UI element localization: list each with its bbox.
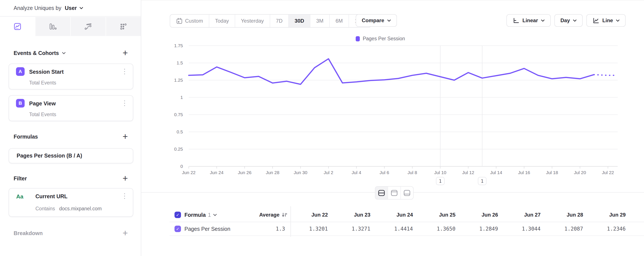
average-header-label: Average — [259, 212, 280, 218]
series-row-label: Pages Per Session — [184, 226, 230, 232]
svg-text:1: 1 — [481, 179, 484, 184]
range-6m[interactable]: 6M — [330, 15, 349, 27]
svg-text:0.25: 0.25 — [174, 146, 183, 151]
chart-view-icon — [391, 190, 398, 196]
formula-group-dropdown[interactable]: Formula 1 — [184, 212, 217, 218]
range-7d[interactable]: 7D — [270, 15, 289, 27]
chart-type-label: Line — [602, 17, 613, 23]
event-card-page-view[interactable]: B Page View ⋮ Total Events — [9, 95, 133, 121]
series-checkbox[interactable]: ✓ — [174, 226, 181, 232]
kebab-menu-icon[interactable]: ⋮ — [121, 67, 128, 75]
chart-controls: Linear Day Line — [506, 14, 626, 27]
formula-group-label: Formula — [184, 212, 206, 218]
event-measurement[interactable]: Total Events — [29, 80, 56, 86]
range-custom[interactable]: Custom — [170, 15, 209, 27]
event-badge-a: A — [16, 67, 24, 76]
formulas-section-title: Formulas — [14, 133, 38, 140]
filter-section-header: Filter + — [14, 174, 132, 183]
layout-table-view-button[interactable] — [401, 187, 413, 199]
compare-button[interactable]: Compare — [356, 14, 397, 27]
events-section-title: Events & Cohorts — [14, 50, 59, 56]
svg-text:Jul 22: Jul 22 — [602, 170, 614, 175]
svg-text:0: 0 — [180, 164, 183, 169]
range-label: Custom — [185, 18, 203, 24]
table-header-frozen: ✓ Formula 1 Average — [170, 208, 290, 222]
chart-canvas[interactable]: 00.250.50.7511.251.51.75Jun 22Jun 24Jun … — [141, 32, 644, 188]
range-30d[interactable]: 30D — [289, 15, 310, 27]
table-header-row: ✓ Formula 1 Average Jun 22Jun 23Jun 24Ju… — [170, 208, 644, 222]
svg-text:Jun 24: Jun 24 — [210, 170, 224, 175]
chart-legend[interactable]: Pages Per Session — [141, 36, 620, 42]
range-3m[interactable]: 3M — [310, 15, 330, 27]
tab-insights-line[interactable] — [0, 17, 35, 36]
analyze-header: Analyze Uniques by User — [0, 0, 141, 16]
chart-type-selector-button[interactable]: Line — [586, 14, 626, 27]
chevron-down-icon — [387, 19, 391, 22]
svg-text:Jun 28: Jun 28 — [266, 170, 280, 175]
formula-expression[interactable]: Pages Per Session (B / A) — [17, 152, 82, 159]
tab-retention[interactable] — [106, 17, 141, 36]
filter-value[interactable]: docs.mixpanel.com — [59, 206, 102, 212]
add-filter-button[interactable]: + — [122, 174, 128, 183]
date-col-header: Jun 22 — [290, 212, 333, 218]
svg-text:Jul 16: Jul 16 — [518, 170, 530, 175]
svg-text:Jul 8: Jul 8 — [408, 170, 417, 175]
line-chart-icon — [14, 23, 22, 30]
average-column-header[interactable]: Average — [259, 212, 290, 218]
date-col-value: 1.2087 — [546, 226, 588, 232]
date-col-header: Jun 27 — [503, 212, 546, 218]
filter-operator[interactable]: Contains — [36, 206, 55, 212]
formula-card[interactable]: Pages Per Session (B / A) — [9, 148, 133, 163]
event-title[interactable]: Page View — [29, 100, 56, 107]
flows-icon — [84, 23, 92, 30]
visualization-tabbar — [0, 17, 141, 36]
date-col-value: 1.3201 — [290, 226, 333, 232]
date-col-value: 1.2346 — [588, 226, 631, 232]
chevron-down-icon — [541, 19, 545, 22]
filter-property[interactable]: Current URL — [36, 193, 68, 200]
layout-chart-view-button[interactable] — [388, 187, 401, 199]
add-event-button[interactable]: + — [122, 49, 128, 57]
results-table: ✓ Formula 1 Average Jun 22Jun 23Jun 24Ju… — [170, 208, 644, 236]
layout-split-view-button[interactable] — [375, 187, 388, 199]
event-title[interactable]: Session Start — [29, 69, 64, 75]
range-label: 7D — [276, 18, 283, 24]
analyze-value-dropdown[interactable]: User — [65, 5, 77, 11]
date-col-value: 1.4414 — [376, 226, 418, 232]
svg-text:Jul 20: Jul 20 — [574, 170, 586, 175]
svg-text:Jul 14: Jul 14 — [490, 170, 502, 175]
tab-flows[interactable] — [70, 17, 106, 36]
svg-text:0.5: 0.5 — [177, 129, 183, 134]
scale-selector-button[interactable]: Linear — [506, 14, 551, 27]
add-breakdown-button[interactable]: + — [122, 229, 128, 238]
svg-text:0.75: 0.75 — [174, 112, 183, 117]
date-col-header: Jun 23 — [333, 212, 376, 218]
chevron-down-icon — [80, 7, 83, 9]
table-row-frozen: ✓ Pages Per Session 1.3 — [170, 222, 290, 236]
sort-descending-icon[interactable] — [282, 212, 288, 218]
date-column-headers: Jun 22Jun 23Jun 24Jun 25Jun 26Jun 27Jun … — [290, 208, 631, 222]
add-formula-button[interactable]: + — [122, 132, 128, 141]
formulas-section-header: Formulas + — [14, 132, 132, 141]
interval-selector-button[interactable]: Day — [554, 14, 583, 27]
date-col-value: 1.2849 — [461, 226, 503, 232]
svg-text:Jul 12: Jul 12 — [462, 170, 474, 175]
split-view-icon — [378, 190, 385, 196]
kebab-menu-icon[interactable]: ⋮ — [121, 192, 128, 200]
date-col-header: Jun 28 — [546, 212, 588, 218]
tab-bar-chart[interactable] — [35, 17, 70, 36]
linear-scale-icon — [512, 17, 520, 24]
event-card-session-start[interactable]: A Session Start ⋮ Total Events — [9, 64, 133, 89]
range-yesterday[interactable]: Yesterday — [235, 15, 270, 27]
table-view-icon — [404, 190, 410, 196]
filter-card-current-url[interactable]: Aa Current URL ⋮ Contains docs.mixpanel.… — [9, 188, 133, 217]
kebab-menu-icon[interactable]: ⋮ — [121, 99, 128, 107]
range-today[interactable]: Today — [209, 15, 235, 27]
date-col-header: Jun 25 — [418, 212, 461, 218]
range-label: 30D — [294, 18, 304, 24]
event-measurement[interactable]: Total Events — [29, 112, 56, 118]
chevron-down-icon[interactable] — [62, 52, 66, 54]
select-all-checkbox[interactable]: ✓ — [174, 212, 181, 218]
svg-text:Jul 6: Jul 6 — [380, 170, 389, 175]
svg-text:1.25: 1.25 — [174, 78, 183, 83]
